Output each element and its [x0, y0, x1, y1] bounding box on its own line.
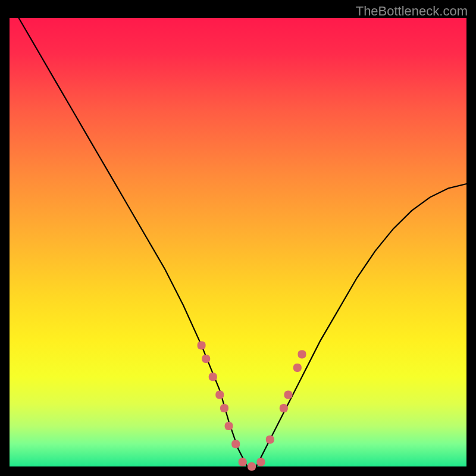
- bottleneck-chart: [0, 0, 476, 476]
- watermark-text: TheBottleneck.com: [356, 4, 468, 19]
- marker-dot: [209, 372, 217, 381]
- marker-dot: [239, 458, 247, 466]
- marker-dot: [225, 422, 233, 430]
- marker-dot: [256, 458, 265, 466]
- marker-dot: [284, 390, 293, 399]
- marker-dot: [202, 355, 210, 363]
- marker-dot: [215, 390, 224, 399]
- marker-dot: [248, 462, 256, 471]
- marker-dot: [198, 341, 206, 349]
- marker-dot: [280, 404, 288, 412]
- marker-dot: [298, 350, 306, 359]
- marker-dot: [220, 404, 228, 412]
- marker-dot: [231, 440, 240, 448]
- marker-dot: [266, 436, 274, 444]
- plot-area: [10, 18, 466, 466]
- marker-dot: [293, 364, 302, 372]
